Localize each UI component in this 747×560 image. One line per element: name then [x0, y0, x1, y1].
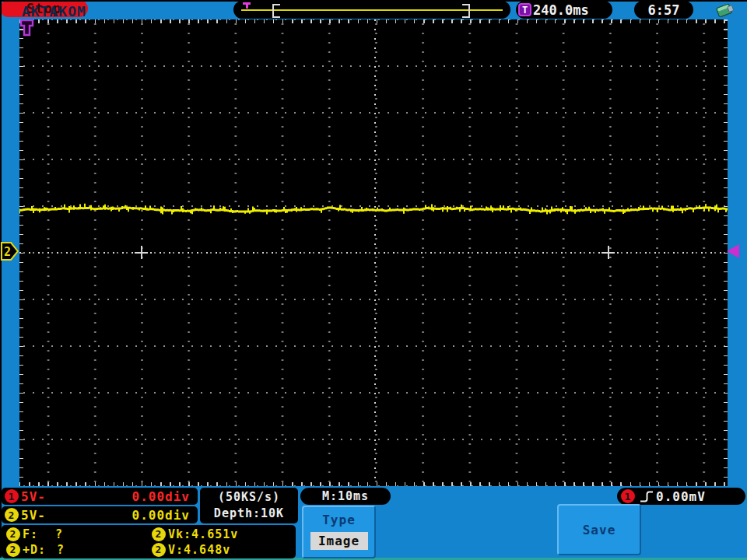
screenshot-left-edge [0, 0, 2, 558]
trigger-delay-badge: T 240.0ms [516, 1, 612, 19]
measurements-box: 2 F: ? 2 Vk: 4.651v 2 +D: ? 2 V: 4.648v [2, 525, 296, 558]
measurement-v: 2 V: 4.648v [152, 542, 230, 557]
meas-ch-icon: 2 [152, 543, 166, 557]
save-button[interactable]: Save [557, 504, 641, 555]
ch2-marker-number: 2 [4, 245, 11, 259]
ch1-offset: 0.00div [132, 489, 190, 504]
ch1-number-icon: 1 [5, 489, 19, 503]
brand-label: AKTAKOM [22, 3, 86, 19]
aktakom-oscilloscope-display: AKTAKOM Stop T 240.0ms 6:57 [0, 0, 747, 560]
meas-value: ? [57, 543, 65, 557]
display-window-right-bracket [462, 4, 470, 18]
clock-label: 6:57 [648, 2, 680, 18]
ch1-status-row: 1 5V- 0.00div [2, 488, 198, 505]
rising-edge-icon [640, 490, 654, 503]
display-window-left-bracket [272, 4, 280, 18]
timebase-badge: M:10ms [300, 488, 391, 505]
trigger-level-value: 0.00mV [656, 489, 706, 504]
clock-badge: 6:57 [634, 1, 693, 19]
memory-depth-label: Depth:10K [214, 506, 284, 522]
meas-value: 4.651v [191, 527, 238, 541]
type-button[interactable]: Type Image [302, 506, 376, 558]
ch2-number-icon: 2 [5, 508, 19, 522]
meas-label: V: [168, 543, 184, 557]
measurement-frequency: 2 F: ? [6, 527, 63, 541]
measurement-duty: 2 +D: ? [6, 542, 65, 557]
trigger-level-badge: 1 0.00mV [617, 488, 745, 505]
meas-label: +D: [23, 543, 46, 557]
save-button-label: Save [583, 523, 616, 537]
measurement-vk: 2 Vk: 4.651v [152, 527, 238, 541]
ch1-scale: 5V- [21, 489, 46, 504]
trigger-level-arrow [727, 244, 739, 258]
acquisition-info-box: (50KS/s) Depth:10K [200, 488, 298, 523]
meas-label: F: [23, 527, 38, 541]
meas-ch-icon: 2 [152, 527, 166, 541]
meas-value: ? [55, 527, 63, 541]
meas-value: 4.648v [184, 543, 230, 557]
memory-trigger-position-icon [243, 2, 251, 5]
ch2-level-marker: 2 [1, 242, 19, 261]
waveform-display [19, 19, 728, 486]
sample-rate-label: (50KS/s) [218, 489, 280, 506]
trigger-delay-value: 240.0ms [533, 2, 589, 18]
meas-label: Vk: [168, 527, 191, 541]
timebase-label: M:10ms [322, 489, 369, 503]
type-button-value: Image [310, 532, 368, 550]
ch2-status-row: 2 5V- 0.00div [2, 506, 198, 523]
trigger-t-icon: T [518, 3, 531, 16]
trigger-source-icon: 1 [621, 489, 635, 503]
type-button-label: Type [303, 513, 374, 527]
ch2-trace [19, 19, 728, 486]
usb-disk-icon [714, 2, 736, 18]
memory-position-bar [233, 1, 510, 19]
ch2-offset: 0.00div [132, 508, 190, 523]
meas-ch-icon: 2 [6, 527, 20, 541]
trigger-position-marker [19, 19, 35, 37]
ch2-scale: 5V- [21, 508, 46, 523]
meas-ch-icon: 2 [6, 543, 20, 557]
